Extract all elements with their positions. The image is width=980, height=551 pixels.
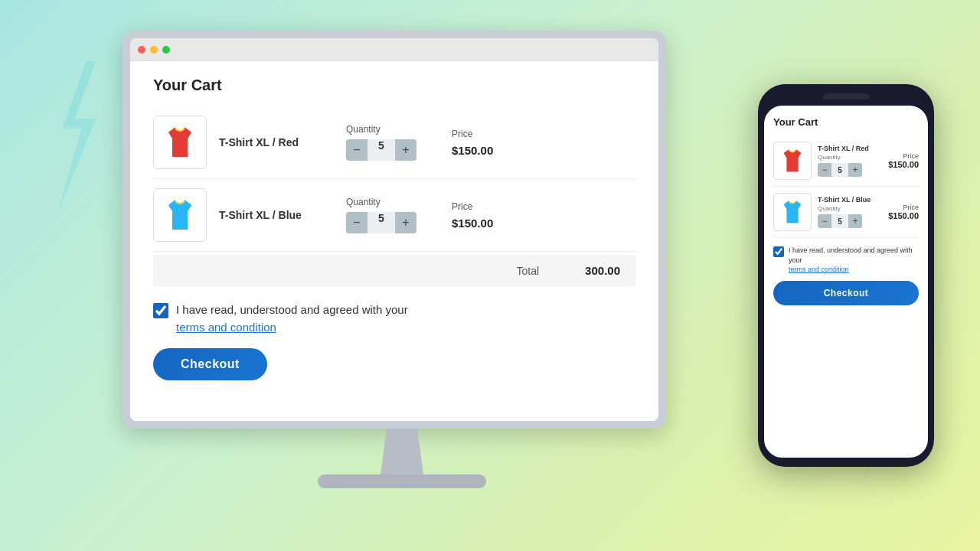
phone-cart-item-1: T-Shirt XL / Red Quantity − 5 + Price $1… xyxy=(773,135,919,187)
phone-item-2-name: T-Shirt XL / Blue xyxy=(818,196,882,204)
phone-cart-title: Your Cart xyxy=(773,116,919,128)
phone-blue-tshirt-icon xyxy=(778,197,807,227)
item-1-qty-label: Quantity xyxy=(346,124,416,135)
item-1-qty-control[interactable]: − 5 + xyxy=(346,139,416,161)
phone-terms-checkbox[interactable] xyxy=(773,246,784,257)
item-2-image xyxy=(153,188,207,242)
svg-marker-0 xyxy=(57,61,96,214)
phone-screen: Your Cart T-Shirt XL / Red Quantity − 5 … xyxy=(764,106,928,458)
phone-body: Your Cart T-Shirt XL / Red Quantity − 5 … xyxy=(758,84,934,467)
phone-item-2-price-label: Price xyxy=(888,204,919,211)
total-label: Total xyxy=(517,265,540,277)
close-dot xyxy=(138,46,145,54)
terms-row: I have read, understood and agreed with … xyxy=(153,302,635,336)
total-value: 300.00 xyxy=(585,264,620,277)
item-1-price-section: Price $150.00 xyxy=(452,129,493,157)
phone-cart-item-2: T-Shirt XL / Blue Quantity − 5 + Price $… xyxy=(773,187,919,238)
item-2-price-value: $150.00 xyxy=(452,217,493,230)
item-1-qty-value: 5 xyxy=(368,139,395,161)
phone-item-2-price-value: $150.00 xyxy=(888,211,919,220)
total-row: Total 300.00 xyxy=(153,255,635,286)
phone-item-2-plus-button[interactable]: + xyxy=(848,214,862,228)
item-1-price-label: Price xyxy=(452,129,493,139)
blue-tshirt-icon xyxy=(161,196,199,234)
phone-item-1-price-value: $150.00 xyxy=(888,160,919,169)
monitor-body: Your Cart xyxy=(122,31,666,429)
phone-item-1-price-section: Price $150.00 xyxy=(888,152,919,169)
item-2-qty-control[interactable]: − 5 + xyxy=(346,212,416,233)
monitor-stand-neck xyxy=(371,429,433,474)
phone-item-2-minus-button[interactable]: − xyxy=(818,214,831,228)
minimize-dot xyxy=(150,46,158,54)
item-1-price-value: $150.00 xyxy=(452,144,493,157)
item-1-plus-button[interactable]: + xyxy=(395,139,416,161)
window-content: Your Cart xyxy=(130,61,658,421)
phone-item-2-qty-control[interactable]: − 5 + xyxy=(818,214,882,228)
window-bar xyxy=(130,38,658,61)
phone-item-1-minus-button[interactable]: − xyxy=(818,163,831,177)
phone-item-2-qty-value: 5 xyxy=(831,214,848,228)
phone-item-1-details: T-Shirt XL / Red Quantity − 5 + xyxy=(818,145,882,177)
monitor-screen: Your Cart xyxy=(130,38,658,421)
phone-item-2-details: T-Shirt XL / Blue Quantity − 5 + xyxy=(818,196,882,228)
phone-terms-row: I have read, understood and agreed with … xyxy=(773,246,919,275)
cart-title: Your Cart xyxy=(153,77,635,94)
item-1-image xyxy=(153,116,207,169)
desktop-monitor: Your Cart xyxy=(122,31,681,520)
checkout-button[interactable]: Checkout xyxy=(153,348,267,380)
phone-item-1-name: T-Shirt XL / Red xyxy=(818,145,882,152)
mobile-phone: Your Cart T-Shirt XL / Red Quantity − 5 … xyxy=(758,84,934,497)
item-2-qty-section: Quantity − 5 + xyxy=(346,197,416,233)
cart-item-2: T-Shirt XL / Blue Quantity − 5 + Price $… xyxy=(153,179,635,252)
phone-checkout-button[interactable]: Checkout xyxy=(773,281,919,305)
svg-marker-9 xyxy=(784,201,802,223)
phone-item-1-qty-control[interactable]: − 5 + xyxy=(818,163,882,177)
phone-red-tshirt-icon xyxy=(778,146,807,175)
phone-item-1-image xyxy=(773,142,812,180)
phone-terms-link[interactable]: terms and condition xyxy=(789,266,849,273)
item-2-qty-value: 5 xyxy=(368,212,395,233)
item-2-name: T-Shirt XL / Blue xyxy=(219,209,318,221)
svg-marker-8 xyxy=(784,150,802,172)
maximize-dot xyxy=(162,46,170,54)
item-2-price-label: Price xyxy=(452,201,493,212)
item-2-price-section: Price $150.00 xyxy=(452,201,493,230)
cart-item-1: T-Shirt XL / Red Quantity − 5 + Price $1… xyxy=(153,106,635,179)
terms-checkbox[interactable] xyxy=(153,303,168,318)
terms-link[interactable]: terms and condition xyxy=(176,321,276,334)
phone-item-1-price-label: Price xyxy=(888,152,919,160)
phone-item-2-image xyxy=(773,193,812,231)
item-2-qty-label: Quantity xyxy=(346,197,416,207)
item-1-qty-section: Quantity − 5 + xyxy=(346,124,416,161)
phone-terms-text: I have read, understood and agreed with … xyxy=(789,246,919,275)
lightning-bolt-left xyxy=(46,61,107,214)
phone-item-1-plus-button[interactable]: + xyxy=(848,163,862,177)
terms-text: I have read, understood and agreed with … xyxy=(176,302,408,336)
phone-item-1-qty-value: 5 xyxy=(831,163,848,177)
monitor-stand-base xyxy=(318,474,486,488)
red-tshirt-icon xyxy=(161,123,199,161)
item-2-minus-button[interactable]: − xyxy=(346,212,368,233)
item-1-name: T-Shirt XL / Red xyxy=(219,136,318,148)
phone-item-1-qty-label: Quantity xyxy=(818,154,882,161)
item-1-minus-button[interactable]: − xyxy=(346,139,368,161)
phone-notch xyxy=(823,93,869,99)
phone-item-2-price-section: Price $150.00 xyxy=(888,204,919,220)
phone-item-2-qty-label: Quantity xyxy=(818,205,882,212)
item-2-plus-button[interactable]: + xyxy=(395,212,416,233)
